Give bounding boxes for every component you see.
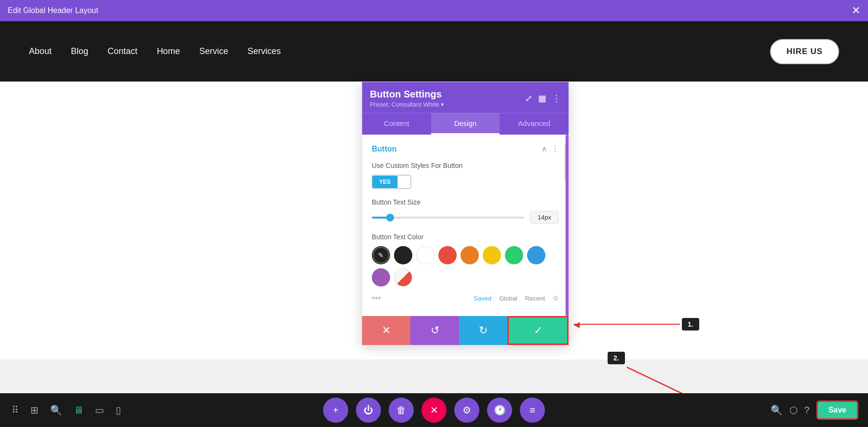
clear-swatch[interactable] [394, 268, 412, 287]
toolbar-mobile-icon[interactable]: ▯ [114, 402, 123, 418]
panel-header: Button Settings Preset: Consultant White… [362, 82, 569, 113]
toolbar-left: ⠿ ⊞ 🔍 🖥 ▭ ▯ [10, 402, 123, 418]
color-tab-global[interactable]: Global [499, 295, 517, 302]
toolbar-search-icon[interactable]: 🔍 [48, 402, 64, 418]
slider-track[interactable] [372, 217, 524, 219]
panel-preset[interactable]: Preset: Consultant White ▾ [370, 101, 444, 108]
tab-advanced[interactable]: Advanced [500, 113, 569, 135]
delete-button[interactable]: 🗑 [389, 398, 414, 423]
annotation-label-1: 1. [682, 318, 699, 331]
toolbar-tablet-icon[interactable]: ▭ [93, 402, 106, 418]
button-settings-panel: Button Settings Preset: Consultant White… [362, 82, 569, 345]
trash-icon: 🗑 [396, 405, 406, 416]
panel-title: Button Settings [370, 89, 444, 100]
toolbar-center: + ⏻ 🗑 ✕ ⚙ 🕐 ≡ [323, 398, 545, 423]
section-more-icon[interactable]: ⋮ [551, 144, 559, 153]
annotation-label-2: 2. [608, 352, 625, 364]
custom-styles-label: Use Custom Styles For Button [372, 161, 559, 171]
eyedropper-container: ✎ [372, 247, 390, 264]
nav-contact[interactable]: Contact [108, 46, 137, 56]
text-color-label: Button Text Color [372, 233, 559, 242]
text-color-row: Button Text Color ✎ [372, 233, 559, 307]
panel-footer: ✕ ↺ ↻ ✓ [362, 316, 569, 345]
toggle-knob[interactable] [397, 175, 411, 189]
toolbar-search-right-icon[interactable]: 🔍 [771, 404, 783, 416]
panel-header-icons: ⤢ ▦ ⋮ [525, 93, 561, 104]
cancel-icon: ✕ [382, 324, 391, 337]
section-title: Button [372, 145, 397, 153]
toolbar-right: 🔍 ⬡ ? Save [771, 400, 859, 420]
purple-swatch[interactable] [372, 268, 390, 287]
panel-body: Button ∧ ⋮ Use Custom Styles For Button … [362, 135, 569, 316]
redo-icon: ↻ [479, 324, 488, 337]
tab-design[interactable]: Design [431, 113, 500, 135]
layout-button[interactable]: ≡ [520, 398, 545, 423]
scroll-indicator [566, 135, 569, 316]
redo-button[interactable]: ↻ [459, 316, 507, 345]
toolbar-desktop-icon[interactable]: 🖥 [72, 403, 85, 418]
section-header: Button ∧ ⋮ [372, 144, 559, 153]
annotation-1: ◀ 1. [574, 318, 699, 331]
tab-content[interactable]: Content [362, 113, 431, 135]
black-swatch[interactable] [394, 246, 412, 264]
expand-icon[interactable]: ⤢ [525, 93, 532, 104]
color-tab-recent[interactable]: Recent [525, 295, 545, 302]
color-picker-swatch[interactable]: ✎ [372, 246, 390, 264]
slider-value[interactable]: 14px [530, 211, 559, 224]
save-button[interactable]: Save [816, 400, 858, 420]
toolbar-grid-icon[interactable]: ⊞ [28, 402, 41, 418]
color-more-dots[interactable]: ••• [372, 293, 381, 303]
toolbar-hexagon-icon[interactable]: ⬡ [789, 404, 798, 416]
custom-styles-row: Use Custom Styles For Button YES [372, 161, 559, 189]
nav-service[interactable]: Service [199, 46, 228, 56]
confirm-button[interactable]: ✓ [507, 316, 569, 345]
nav-about[interactable]: About [29, 46, 52, 56]
color-picker-tabs: ••• Saved Global Recent ⚙ [372, 290, 559, 307]
layout-icon: ≡ [529, 405, 535, 416]
nav-home[interactable]: Home [157, 46, 180, 56]
close-icon: ✕ [430, 404, 438, 416]
scrollbar-track[interactable] [565, 135, 569, 316]
close-window-button[interactable]: ✕ [852, 5, 860, 16]
bottom-toolbar: ⠿ ⊞ 🔍 🖥 ▭ ▯ + ⏻ 🗑 ✕ ⚙ 🕐 ≡ 🔍 ⬡ ? S [0, 393, 868, 427]
history-button[interactable]: 🕐 [487, 398, 512, 423]
slider-row: 14px [372, 211, 559, 224]
toggle-yes-label: YES [372, 176, 397, 188]
settings-button[interactable]: ⚙ [454, 398, 479, 423]
main-content: Button Settings Preset: Consultant White… [0, 82, 868, 359]
window-title: Edit Global Header Layout [8, 6, 98, 15]
panel-tabs: Content Design Advanced [362, 113, 569, 135]
header-nav: About Blog Contact Home Service Services… [0, 21, 868, 82]
arrow-line-1: ◀ [574, 324, 680, 325]
hire-us-button[interactable]: HIRE US [770, 39, 839, 64]
yellow-swatch[interactable] [483, 246, 501, 264]
close-element-button[interactable]: ✕ [421, 398, 447, 423]
red-swatch[interactable] [438, 246, 457, 264]
collapse-icon[interactable]: ∧ [542, 144, 547, 153]
toggle-yes-no[interactable]: YES [372, 175, 411, 189]
add-element-button[interactable]: + [323, 398, 348, 423]
confirm-icon: ✓ [534, 324, 542, 337]
undo-icon: ↺ [431, 324, 439, 337]
toolbar-hamburger-icon[interactable]: ⠿ [10, 402, 21, 418]
nav-services[interactable]: Services [247, 46, 281, 56]
eyedropper-icon: ✎ [378, 251, 384, 259]
color-tab-saved[interactable]: Saved [474, 295, 491, 302]
undo-button[interactable]: ↺ [410, 316, 459, 345]
color-settings-icon[interactable]: ⚙ [553, 294, 559, 302]
white-swatch[interactable] [416, 246, 434, 264]
more-options-icon[interactable]: ⋮ [552, 93, 561, 104]
power-button[interactable]: ⏻ [356, 398, 381, 423]
nav-blog[interactable]: Blog [71, 46, 88, 56]
toolbar-help-icon[interactable]: ? [804, 405, 810, 416]
toggle-container: YES [372, 175, 559, 189]
cancel-button[interactable]: ✕ [362, 316, 410, 345]
orange-swatch[interactable] [461, 246, 479, 264]
columns-icon[interactable]: ▦ [538, 93, 546, 104]
slider-thumb[interactable] [386, 214, 394, 221]
green-swatch[interactable] [505, 246, 523, 264]
blue-swatch[interactable] [527, 246, 545, 264]
color-swatches: ✎ [372, 246, 559, 287]
text-size-label: Button Text Size [372, 198, 559, 207]
power-icon: ⏻ [364, 405, 373, 416]
